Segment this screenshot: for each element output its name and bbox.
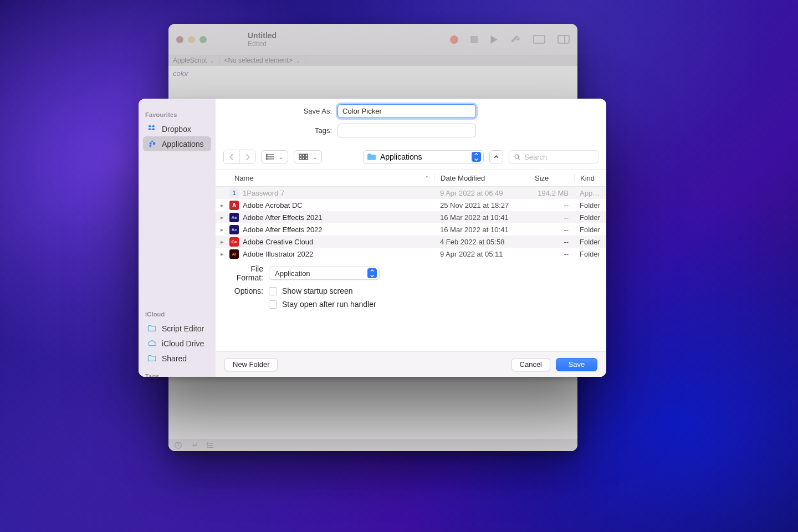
sidebar-item-label: iCloud Drive <box>162 339 204 348</box>
location-name: Applications <box>380 152 422 161</box>
folder-icon <box>367 153 376 161</box>
svg-point-24 <box>515 155 519 158</box>
sidebar-item-icloud-drive[interactable]: iCloud Drive <box>143 336 211 351</box>
file-kind: Folder <box>574 213 606 222</box>
options-label: Options: <box>224 287 269 295</box>
file-kind: Folder <box>574 201 606 209</box>
save-as-input[interactable] <box>337 104 476 118</box>
file-size: -- <box>529 226 574 234</box>
file-size: -- <box>529 201 574 209</box>
cloud-icon <box>147 339 157 348</box>
dropbox-icon <box>147 124 157 134</box>
cancel-button[interactable]: Cancel <box>511 358 550 371</box>
svg-point-15 <box>266 154 267 155</box>
svg-rect-23 <box>305 157 308 160</box>
file-table: Name⌃ Date Modified Size Kind 11Password… <box>216 170 606 260</box>
svg-rect-18 <box>299 154 301 156</box>
collapse-button[interactable] <box>489 150 503 164</box>
svg-rect-20 <box>305 154 308 156</box>
save-button[interactable]: Save <box>556 358 597 371</box>
table-row[interactable]: ▸CcAdobe Creative Cloud4 Feb 2022 at 05:… <box>216 236 606 248</box>
app-icon: Ai <box>229 249 239 259</box>
folder-shared-icon <box>147 354 157 363</box>
sidebar-item-label: Applications <box>162 140 204 149</box>
sort-asc-icon: ⌃ <box>424 175 429 181</box>
dialog-bottom-bar: New Folder Cancel Save <box>216 351 606 377</box>
disclosure-icon[interactable]: ▸ <box>219 226 226 233</box>
svg-point-17 <box>266 158 267 160</box>
search-icon <box>514 154 521 161</box>
stepper-icon <box>367 268 377 278</box>
sidebar-item-script-editor[interactable]: Script Editor <box>143 321 211 336</box>
sidebar-item-applications[interactable]: Applications <box>143 136 211 151</box>
sidebar-section-tags: Tags <box>145 373 209 377</box>
search-field[interactable]: Search <box>509 150 598 164</box>
options-area: File Format: Application Options: Show s… <box>216 260 606 321</box>
disclosure-icon[interactable]: ▸ <box>219 202 226 209</box>
sidebar-item-label: Script Editor <box>162 324 204 333</box>
file-kind: Folder <box>574 238 606 246</box>
new-folder-button[interactable]: New Folder <box>224 358 278 371</box>
search-placeholder: Search <box>524 153 547 161</box>
col-size[interactable]: Size <box>535 174 549 182</box>
table-row[interactable]: 11Password 79 Apr 2022 at 06:49194.2 MBA… <box>216 187 606 199</box>
table-row[interactable]: ▸AiAdobe Illustrator 20229 Apr 2022 at 0… <box>216 248 606 260</box>
file-date: 16 Mar 2022 at 10:41 <box>434 213 529 222</box>
nav-back-forward <box>223 150 255 164</box>
browser-toolbar: ⌄ ⌄ Applications Searc <box>216 146 606 170</box>
sidebar-item-label: Dropbox <box>162 125 191 134</box>
svg-rect-19 <box>303 154 305 156</box>
view-list-button[interactable]: ⌄ <box>261 150 288 163</box>
table-header[interactable]: Name⌃ Date Modified Size Kind <box>216 170 606 187</box>
file-name: Adobe After Effects 2022 <box>243 226 323 234</box>
save-as-label: Save As: <box>227 107 337 115</box>
col-name[interactable]: Name <box>234 174 254 182</box>
file-date: 9 Apr 2022 at 06:49 <box>434 189 529 197</box>
file-date: 25 Nov 2021 at 18:27 <box>434 201 529 209</box>
save-form: Save As: Tags: <box>216 99 606 146</box>
file-kind: Applicati <box>574 189 606 197</box>
file-format-value: Application <box>275 269 310 278</box>
disclosure-icon[interactable]: ▸ <box>219 214 226 221</box>
app-icon: A <box>229 201 239 210</box>
app-icon: Ae <box>229 213 239 222</box>
file-date: 9 Apr 2022 at 05:11 <box>434 250 529 258</box>
disclosure-icon[interactable]: ▸ <box>219 238 226 245</box>
app-icon: Ae <box>229 225 239 234</box>
table-row[interactable]: ▸AeAdobe After Effects 202116 Mar 2022 a… <box>216 211 606 223</box>
col-date[interactable]: Date Modified <box>441 174 485 182</box>
file-name: Adobe Creative Cloud <box>243 238 313 246</box>
file-size: 194.2 MB <box>529 189 574 197</box>
stepper-icon <box>472 152 481 162</box>
group-button[interactable]: ⌄ <box>294 150 322 163</box>
file-kind: Folder <box>574 250 606 258</box>
tags-label: Tags: <box>227 126 337 135</box>
table-row[interactable]: ▸AeAdobe After Effects 202216 Mar 2022 a… <box>216 223 606 236</box>
file-date: 16 Mar 2022 at 10:41 <box>434 226 529 234</box>
disclosure-icon[interactable]: ▸ <box>219 250 226 258</box>
svg-rect-21 <box>299 157 301 160</box>
app-icon: 1 <box>229 188 239 198</box>
tags-input[interactable] <box>337 124 476 137</box>
sidebar-item-label: Shared <box>162 354 187 363</box>
sidebar-section-icloud: iCloud <box>145 311 209 318</box>
col-kind[interactable]: Kind <box>580 174 595 182</box>
table-row[interactable]: ▸AAdobe Acrobat DC25 Nov 2021 at 18:27--… <box>216 199 606 211</box>
forward-button[interactable] <box>239 150 255 163</box>
file-size: -- <box>529 250 574 258</box>
file-format-select[interactable]: Application <box>269 267 380 280</box>
sidebar-item-dropbox[interactable]: Dropbox <box>143 121 211 136</box>
file-name: Adobe After Effects 2021 <box>243 213 323 222</box>
folder-icon <box>147 324 157 333</box>
option-startup-checkbox[interactable]: Show startup screen <box>269 287 353 295</box>
back-button[interactable] <box>224 150 239 163</box>
sidebar-item-shared[interactable]: Shared <box>143 351 211 366</box>
file-kind: Folder <box>574 226 606 234</box>
svg-rect-22 <box>303 157 305 160</box>
chevron-down-icon: ⌄ <box>313 154 317 160</box>
file-name: 1Password 7 <box>243 189 284 197</box>
option-stayopen-checkbox[interactable]: Stay open after run handler <box>269 300 376 309</box>
location-popup[interactable]: Applications <box>363 150 484 164</box>
app-icon: Cc <box>229 237 239 247</box>
save-dialog: Favourites DropboxApplications iCloud Sc… <box>139 99 606 377</box>
